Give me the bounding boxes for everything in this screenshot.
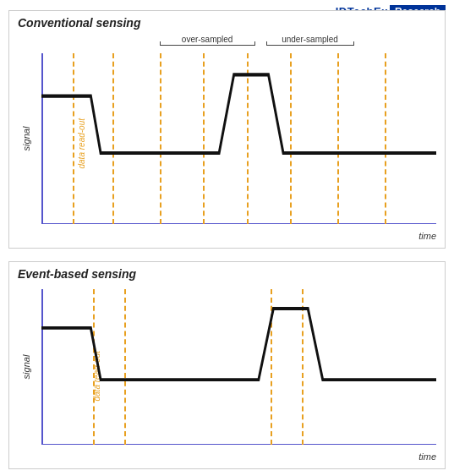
- over-sampled-label: over-sampled: [152, 35, 263, 44]
- over-sampled-bracket: [160, 45, 254, 46]
- under-sampled-label: under-sampled: [259, 35, 361, 44]
- panel1-title: Conventional sensing: [18, 16, 140, 30]
- panel-event: Event-based sensing time signal data rea…: [8, 261, 446, 469]
- chart-area-2: time signal data read-out: [41, 289, 436, 445]
- y-label-1: signal: [21, 127, 31, 151]
- x-label-1: time: [418, 231, 436, 241]
- x-label-2: time: [418, 451, 436, 462]
- under-sampled-bracket: [266, 45, 353, 46]
- panel-conventional: Conventional sensing over-sampled under-…: [8, 10, 446, 249]
- main-container: IDTechEx Research Conventional sensing o…: [0, 0, 454, 476]
- chart-area-1: time signal data read-out: [41, 53, 436, 224]
- signal-svg-2: [41, 289, 436, 445]
- y-label-2: signal: [21, 355, 31, 380]
- panel2-title: Event-based sensing: [18, 267, 136, 281]
- signal-svg-1: [41, 53, 436, 224]
